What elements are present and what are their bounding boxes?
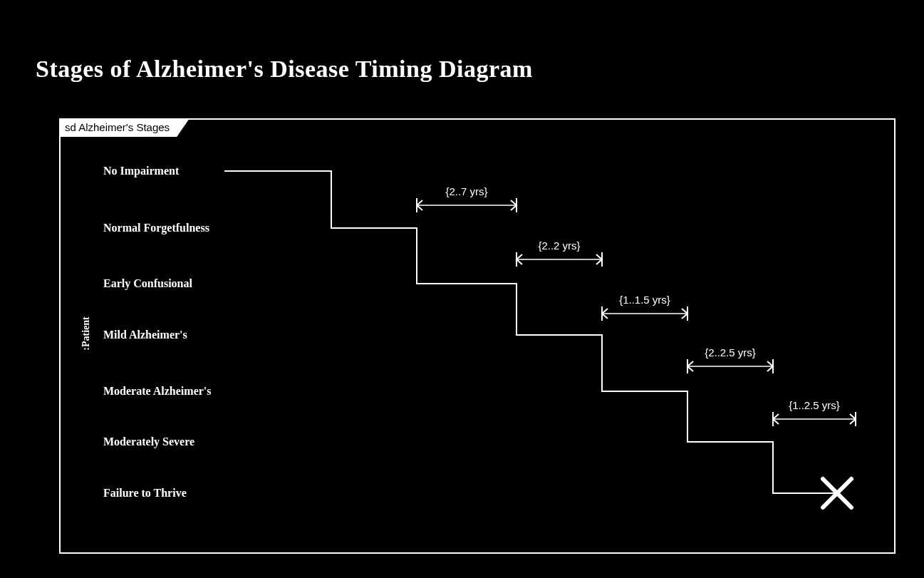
timing-diagram-svg: :PatientNo ImpairmentNormal Forgetfulnes… [61,120,894,552]
stage-label: Mild Alzheimer's [103,329,187,341]
diagram-title: Stages of Alzheimer's Disease Timing Dia… [36,56,533,83]
duration-label: {2..2.5 yrs} [705,346,756,358]
diagram-frame: sd Alzheimer's Stages :PatientNo Impairm… [59,118,896,554]
stage-label: No Impairment [103,165,180,177]
duration-label: {2..2 yrs} [538,239,580,252]
stage-label: Failure to Thrive [103,487,187,499]
duration-label: {2..7 yrs} [445,185,487,197]
stage-label: Moderately Severe [103,435,194,448]
stage-label: Normal Forgetfulness [103,222,209,234]
lifeline-label: :Patient [81,316,91,351]
duration-label: {1..2.5 yrs} [789,399,840,411]
duration-label: {1..1.5 yrs} [619,294,670,306]
stage-label: Moderate Alzheimer's [103,385,212,397]
state-line [224,171,837,493]
stage-label: Early Confusional [103,277,192,290]
